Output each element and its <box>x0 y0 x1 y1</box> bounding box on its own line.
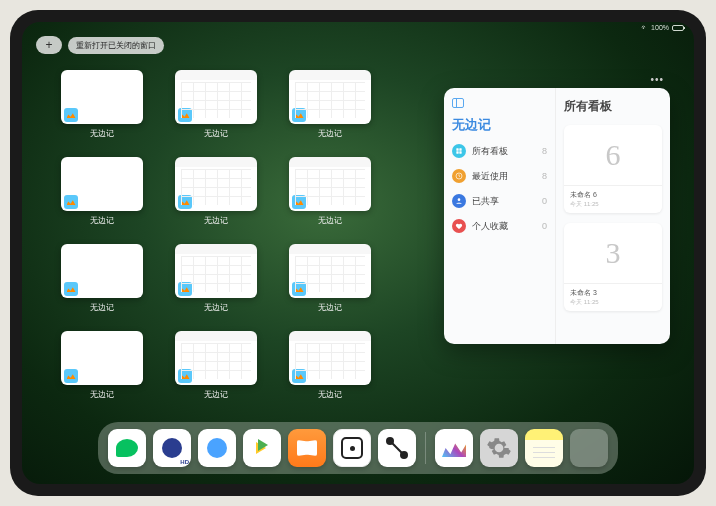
board-preview: 3 <box>564 223 662 283</box>
dock-app-quark-hd[interactable]: HD <box>153 429 191 467</box>
app-window[interactable]: 无边记 <box>56 331 148 400</box>
category-row[interactable]: 已共享0 <box>452 194 547 208</box>
category-count: 0 <box>542 221 547 231</box>
window-thumbnail[interactable] <box>289 331 371 385</box>
dock: HD <box>98 422 618 474</box>
dock-app-settings[interactable] <box>480 429 518 467</box>
freeform-app-icon <box>292 108 306 122</box>
freeform-app-icon <box>64 282 78 296</box>
app-window[interactable]: 无边记 <box>284 70 376 139</box>
freeform-app-icon <box>64 108 78 122</box>
board-preview: 6 <box>564 125 662 185</box>
svg-point-5 <box>458 198 461 201</box>
window-label: 无边记 <box>90 215 114 226</box>
category-label: 最近使用 <box>472 170 536 183</box>
window-thumbnail[interactable] <box>289 70 371 124</box>
dock-app-notes[interactable] <box>525 429 563 467</box>
wifi-icon: ᯤ <box>641 24 648 31</box>
category-label: 个人收藏 <box>472 220 536 233</box>
window-label: 无边记 <box>318 389 342 400</box>
category-row[interactable]: 最近使用8 <box>452 169 547 183</box>
app-window[interactable]: 无边记 <box>170 70 262 139</box>
dock-app-dice[interactable] <box>333 429 371 467</box>
status-bar: ᯤ 100% <box>641 24 684 31</box>
freeform-app-icon <box>292 282 306 296</box>
freeform-app-icon <box>178 282 192 296</box>
window-thumbnail[interactable] <box>175 70 257 124</box>
dock-app-play[interactable] <box>243 429 281 467</box>
window-thumbnail[interactable] <box>289 157 371 211</box>
ipad-frame: ᯤ 100% + 重新打开已关闭的窗口 无边记无边记无边记无边记无边记无边记无边… <box>10 10 706 496</box>
window-thumbnail[interactable] <box>61 70 143 124</box>
board-card[interactable]: 3未命名 3今天 11:25 <box>564 223 662 311</box>
category-row[interactable]: 个人收藏0 <box>452 219 547 233</box>
app-window[interactable]: 无边记 <box>56 70 148 139</box>
app-window[interactable]: 无边记 <box>284 244 376 313</box>
app-window[interactable]: 无边记 <box>170 244 262 313</box>
svg-rect-1 <box>459 148 461 150</box>
svg-rect-3 <box>459 151 461 153</box>
window-thumbnail[interactable] <box>175 244 257 298</box>
ipad-screen: ᯤ 100% + 重新打开已关闭的窗口 无边记无边记无边记无边记无边记无边记无边… <box>22 22 694 484</box>
board-timestamp: 今天 11:25 <box>570 298 656 307</box>
board-meta: 未命名 6今天 11:25 <box>564 185 662 213</box>
dock-separator <box>425 432 426 464</box>
window-thumbnail[interactable] <box>175 331 257 385</box>
dock-app-connect[interactable] <box>378 429 416 467</box>
freeform-app-icon <box>292 195 306 209</box>
dock-app-folder[interactable] <box>570 429 608 467</box>
app-window[interactable]: 无边记 <box>170 157 262 226</box>
top-controls: + 重新打开已关闭的窗口 <box>36 36 164 54</box>
dock-app-wechat[interactable] <box>108 429 146 467</box>
window-thumbnail[interactable] <box>175 157 257 211</box>
window-thumbnail[interactable] <box>61 157 143 211</box>
app-window[interactable]: 无边记 <box>170 331 262 400</box>
window-label: 无边记 <box>204 128 228 139</box>
panel-right: 所有看板 6未命名 6今天 11:253未命名 3今天 11:25 <box>556 88 670 344</box>
category-icon <box>452 194 466 208</box>
reopen-closed-window-button[interactable]: 重新打开已关闭的窗口 <box>68 37 164 54</box>
window-label: 无边记 <box>318 128 342 139</box>
board-card[interactable]: 6未命名 6今天 11:25 <box>564 125 662 213</box>
window-label: 无边记 <box>318 215 342 226</box>
app-window[interactable]: 无边记 <box>56 244 148 313</box>
category-count: 8 <box>542 171 547 181</box>
freeform-app-icon <box>64 195 78 209</box>
dock-app-freeform[interactable] <box>435 429 473 467</box>
freeform-app-icon <box>292 369 306 383</box>
category-icon <box>452 169 466 183</box>
window-label: 无边记 <box>90 128 114 139</box>
category-row[interactable]: 所有看板8 <box>452 144 547 158</box>
app-window[interactable]: 无边记 <box>56 157 148 226</box>
board-meta: 未命名 3今天 11:25 <box>564 283 662 311</box>
window-label: 无边记 <box>90 302 114 313</box>
dock-app-books[interactable] <box>288 429 326 467</box>
panel-more-icon[interactable]: ••• <box>650 74 664 85</box>
sidebar-icon[interactable] <box>452 98 464 108</box>
board-name: 未命名 6 <box>570 190 656 200</box>
svg-rect-2 <box>456 151 458 153</box>
dock-app-quark[interactable] <box>198 429 236 467</box>
window-label: 无边记 <box>318 302 342 313</box>
freeform-app-icon <box>178 195 192 209</box>
category-count: 0 <box>542 196 547 206</box>
app-window[interactable]: 无边记 <box>284 157 376 226</box>
new-window-button[interactable]: + <box>36 36 62 54</box>
window-label: 无边记 <box>204 389 228 400</box>
window-label: 无边记 <box>204 215 228 226</box>
panel-left: 无边记 所有看板8最近使用8已共享0个人收藏0 <box>444 88 556 344</box>
window-thumbnail[interactable] <box>61 244 143 298</box>
category-count: 8 <box>542 146 547 156</box>
battery-icon <box>672 25 684 31</box>
window-thumbnail[interactable] <box>61 331 143 385</box>
window-thumbnail[interactable] <box>289 244 371 298</box>
board-name: 未命名 3 <box>570 288 656 298</box>
app-window[interactable]: 无边记 <box>284 331 376 400</box>
battery-text: 100% <box>651 24 669 31</box>
category-label: 已共享 <box>472 195 536 208</box>
svg-rect-0 <box>456 148 458 150</box>
panel-section-title: 所有看板 <box>564 98 662 115</box>
freeform-app-icon <box>178 369 192 383</box>
freeform-app-icon <box>64 369 78 383</box>
category-icon <box>452 144 466 158</box>
